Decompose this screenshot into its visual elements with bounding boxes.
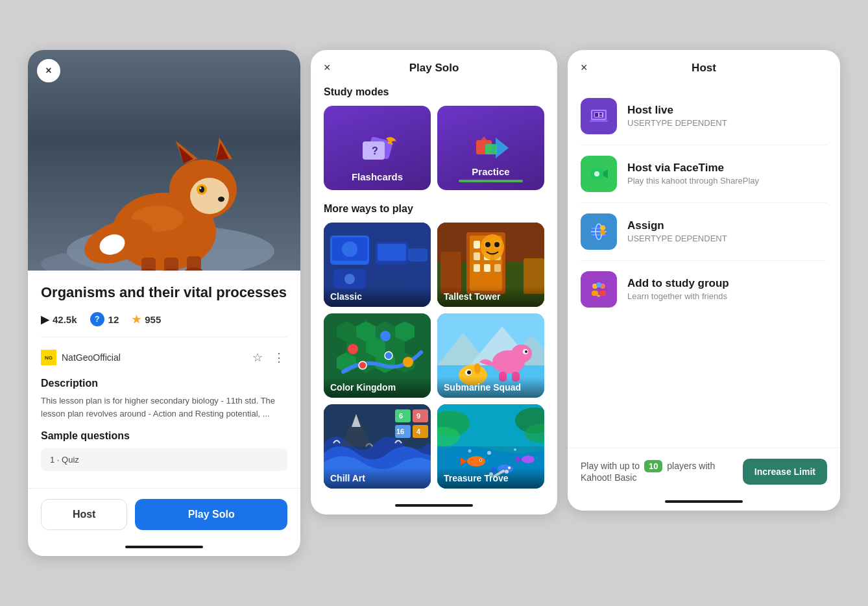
facetime-icon: [581, 156, 617, 192]
play-count-stat: ▶ 42.5k: [41, 313, 77, 326]
svg-rect-128: [595, 113, 598, 117]
play-solo-button[interactable]: Play Solo: [135, 499, 287, 530]
svg-point-38: [344, 274, 355, 284]
facetime-subtitle: Play this kahoot through SharePlay: [627, 176, 759, 186]
study-group-option[interactable]: Add to study group Learn together with f…: [581, 261, 827, 318]
svg-rect-36: [378, 244, 406, 261]
treasure-trove-label: Treasure Trove: [437, 468, 544, 489]
assign-svg: [588, 221, 609, 242]
svg-point-118: [487, 451, 491, 455]
svg-rect-126: [590, 120, 608, 122]
svg-text:16: 16: [396, 428, 404, 435]
svg-text:4: 4: [416, 428, 421, 435]
svg-point-112: [480, 459, 481, 461]
svg-rect-54: [494, 264, 501, 272]
chill-art-label: Chill Art: [324, 468, 431, 489]
stats-row: ▶ 42.5k ? 12 ★ 955: [41, 312, 287, 337]
host-button[interactable]: Host: [41, 499, 127, 530]
fox-image: ×: [28, 50, 300, 271]
author-name: NatGeoOfficial: [62, 352, 121, 363]
favorite-button[interactable]: ☆: [250, 348, 265, 367]
svg-point-4: [190, 178, 229, 214]
host-live-option[interactable]: Host live USERTYPE DEPENDENT: [581, 88, 827, 145]
flashcard-icon: ?: [357, 135, 398, 169]
practice-icon: [471, 131, 511, 165]
svg-point-34: [342, 241, 357, 257]
assign-option[interactable]: Assign USERTYPE DEPENDENT: [581, 203, 827, 261]
tallest-tower-game-card[interactable]: Tallest Tower: [437, 223, 544, 307]
classic-game-card[interactable]: Classic: [324, 223, 431, 307]
description-title: Description: [41, 378, 287, 389]
svg-point-56: [485, 242, 490, 247]
play-icon: ▶: [41, 313, 49, 326]
host-live-subtitle: USERTYPE DEPENDENT: [627, 118, 727, 128]
svg-text:6: 6: [399, 412, 403, 420]
panel2-header: × Play Solo: [311, 50, 557, 81]
practice-mode-card[interactable]: Practice: [437, 106, 544, 190]
flashcards-mode-card[interactable]: ? Flashcards: [324, 106, 431, 190]
study-group-text: Add to study group Learn together with f…: [627, 277, 729, 301]
tallest-tower-label: Tallest Tower: [437, 286, 544, 307]
svg-point-139: [600, 225, 605, 230]
svg-rect-30: [485, 144, 497, 154]
description-text: This lesson plan is for higher secondary…: [41, 394, 287, 420]
svg-rect-140: [600, 230, 605, 234]
more-ways-label: More ways to play: [311, 200, 557, 223]
submarine-squad-label: Submarine Squad: [437, 377, 544, 398]
color-kingdom-label: Color Kingdom: [324, 377, 431, 398]
assign-title: Assign: [627, 219, 727, 232]
svg-point-55: [481, 234, 504, 260]
sample-questions-title: Sample questions: [41, 430, 287, 442]
panel2-close-button[interactable]: ×: [324, 61, 331, 75]
organisms-panel: ×: [28, 50, 300, 557]
svg-point-74: [403, 357, 413, 367]
natgeo-logo: NG: [41, 350, 56, 365]
game-grid: Classic: [311, 223, 557, 499]
classic-label: Classic: [324, 286, 431, 307]
svg-point-109: [467, 456, 485, 467]
bottom-bar: Play with up to 10 players with Kahoot! …: [568, 448, 840, 495]
assign-text: Assign USERTYPE DEPENDENT: [627, 219, 727, 243]
study-group-icon: [581, 271, 617, 308]
question-icon: ?: [90, 312, 104, 326]
host-options-list: Host live USERTYPE DEPENDENT Host via Fa…: [568, 81, 840, 324]
host-live-title: Host live: [627, 104, 727, 117]
assign-subtitle: USERTYPE DEPENDENT: [627, 234, 727, 243]
svg-point-119: [514, 448, 516, 451]
svg-point-83: [511, 345, 532, 363]
facetime-svg: [588, 164, 609, 184]
svg-point-75: [359, 361, 367, 369]
screen-container: ×: [28, 50, 840, 557]
svg-rect-145: [599, 291, 606, 296]
author-row: NG NatGeoOfficial ☆ ⋮: [41, 348, 287, 367]
chill-art-game-card[interactable]: 6 9 16 4 Chill Art: [324, 404, 431, 489]
svg-point-116: [522, 455, 535, 463]
bottom-buttons: Host Play Solo: [28, 488, 300, 540]
color-kingdom-game-card[interactable]: Color Kingdom: [324, 313, 431, 398]
svg-text:9: 9: [416, 412, 420, 420]
study-group-subtitle: Learn together with friends: [627, 291, 729, 301]
host-facetime-option[interactable]: Host via FaceTime Play this kahoot throu…: [581, 145, 827, 203]
author-actions: ☆ ⋮: [250, 348, 287, 367]
practice-label: Practice: [472, 166, 509, 177]
svg-point-120: [468, 449, 472, 452]
panel1-close-button[interactable]: ×: [37, 59, 60, 82]
svg-rect-39: [372, 271, 408, 287]
svg-point-72: [348, 344, 358, 354]
increase-limit-button[interactable]: Increase Limit: [743, 459, 827, 485]
panel2-home-indicator: [395, 504, 473, 507]
svg-point-90: [467, 370, 471, 374]
svg-rect-40: [408, 248, 428, 261]
svg-rect-52: [474, 264, 480, 272]
more-options-button[interactable]: ⋮: [271, 348, 287, 367]
flashcards-label: Flashcards: [352, 171, 403, 182]
panel3-close-button[interactable]: ×: [581, 61, 588, 75]
author-info: NG NatGeoOfficial: [41, 350, 121, 365]
laptop-svg: [588, 106, 609, 127]
treasure-trove-game-card[interactable]: Treasure Trove: [437, 404, 544, 489]
svg-point-13: [200, 187, 202, 189]
submarine-squad-game-card[interactable]: Submarine Squad: [437, 313, 544, 398]
assign-icon: [581, 213, 617, 250]
home-indicator: [125, 546, 203, 548]
panel2-title: Play Solo: [409, 62, 459, 75]
